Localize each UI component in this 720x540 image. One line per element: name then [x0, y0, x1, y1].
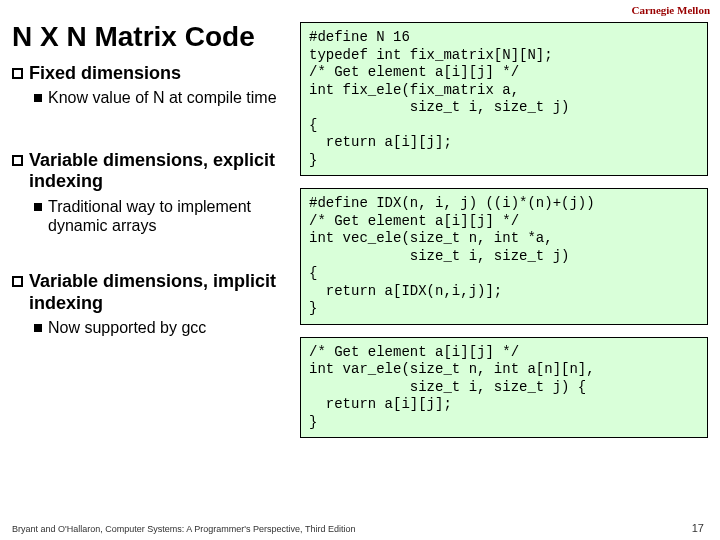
- bullet-item: Variable dimensions, implicit indexing N…: [12, 271, 292, 337]
- columns: N X N Matrix Code Fixed dimensions Know …: [12, 22, 708, 492]
- sub-list: Traditional way to implement dynamic arr…: [12, 197, 292, 235]
- right-column: #define N 16 typedef int fix_matrix[N][N…: [300, 22, 708, 492]
- code-box-fixed: #define N 16 typedef int fix_matrix[N][N…: [300, 22, 708, 176]
- bullet-list: Fixed dimensions Know value of N at comp…: [12, 63, 292, 338]
- filled-square-icon: [34, 324, 42, 332]
- sub-list: Now supported by gcc: [12, 318, 292, 337]
- sub-item: Know value of N at compile time: [34, 88, 292, 107]
- slide: Carnegie Mellon N X N Matrix Code Fixed …: [0, 0, 720, 540]
- org-label: Carnegie Mellon: [631, 4, 710, 16]
- bullet-item: Fixed dimensions Know value of N at comp…: [12, 63, 292, 108]
- sub-label: Traditional way to implement dynamic arr…: [48, 197, 292, 235]
- sub-label: Now supported by gcc: [48, 318, 206, 337]
- sub-item: Traditional way to implement dynamic arr…: [34, 197, 292, 235]
- code-box-explicit: #define IDX(n, i, j) ((i)*(n)+(j)) /* Ge…: [300, 188, 708, 325]
- bullet-label: Fixed dimensions: [29, 63, 181, 85]
- square-bullet-icon: [12, 68, 23, 79]
- bullet-label: Variable dimensions, implicit indexing: [29, 271, 292, 314]
- bullet-item: Variable dimensions, explicit indexing T…: [12, 150, 292, 236]
- bullet-label: Variable dimensions, explicit indexing: [29, 150, 292, 193]
- left-column: N X N Matrix Code Fixed dimensions Know …: [12, 22, 292, 492]
- filled-square-icon: [34, 203, 42, 211]
- square-bullet-icon: [12, 276, 23, 287]
- filled-square-icon: [34, 94, 42, 102]
- sub-label: Know value of N at compile time: [48, 88, 277, 107]
- code-box-implicit: /* Get element a[i][j] */ int var_ele(si…: [300, 337, 708, 439]
- sub-list: Know value of N at compile time: [12, 88, 292, 107]
- square-bullet-icon: [12, 155, 23, 166]
- page-number: 17: [692, 522, 704, 534]
- slide-title: N X N Matrix Code: [12, 22, 292, 53]
- sub-item: Now supported by gcc: [34, 318, 292, 337]
- footer-citation: Bryant and O'Hallaron, Computer Systems:…: [12, 524, 355, 534]
